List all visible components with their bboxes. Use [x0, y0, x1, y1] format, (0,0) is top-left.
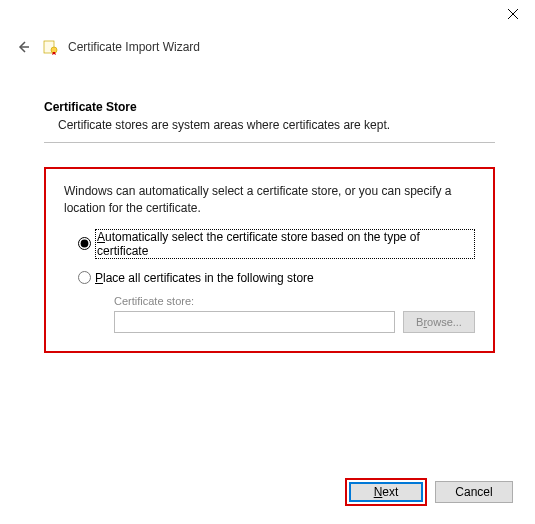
- cancel-button[interactable]: Cancel: [435, 481, 513, 503]
- back-button[interactable]: [14, 38, 32, 56]
- store-row: Browse...: [114, 311, 475, 333]
- close-button[interactable]: [490, 0, 535, 28]
- radio-manual[interactable]: [78, 271, 91, 284]
- radio-manual-label[interactable]: Place all certificates in the following …: [95, 271, 314, 285]
- certificate-icon: [42, 39, 58, 55]
- store-section: Certificate store: Browse...: [78, 295, 475, 333]
- radio-auto[interactable]: [78, 237, 91, 250]
- browse-button: Browse...: [403, 311, 475, 333]
- radio-row-auto[interactable]: Automatically select the certificate sto…: [78, 229, 475, 259]
- store-input: [114, 311, 395, 333]
- wizard-title: Certificate Import Wizard: [68, 40, 200, 54]
- store-field-label: Certificate store:: [114, 295, 475, 307]
- close-icon: [508, 9, 518, 19]
- next-button-highlight: Next: [345, 478, 427, 506]
- options-panel: Windows can automatically select a certi…: [44, 167, 495, 353]
- wizard-header: Certificate Import Wizard: [0, 32, 535, 64]
- footer: Next Cancel: [345, 478, 513, 506]
- next-button[interactable]: Next: [349, 482, 423, 502]
- divider: [44, 142, 495, 143]
- radio-group: Automatically select the certificate sto…: [64, 229, 475, 333]
- instruction-text: Windows can automatically select a certi…: [64, 183, 475, 217]
- section-description: Certificate stores are system areas wher…: [44, 118, 495, 132]
- arrow-left-icon: [15, 39, 31, 55]
- content-area: Certificate Store Certificate stores are…: [0, 64, 535, 353]
- section-heading: Certificate Store: [44, 100, 495, 114]
- radio-row-manual[interactable]: Place all certificates in the following …: [78, 271, 475, 285]
- radio-auto-label[interactable]: Automatically select the certificate sto…: [95, 229, 475, 259]
- titlebar: [0, 0, 535, 32]
